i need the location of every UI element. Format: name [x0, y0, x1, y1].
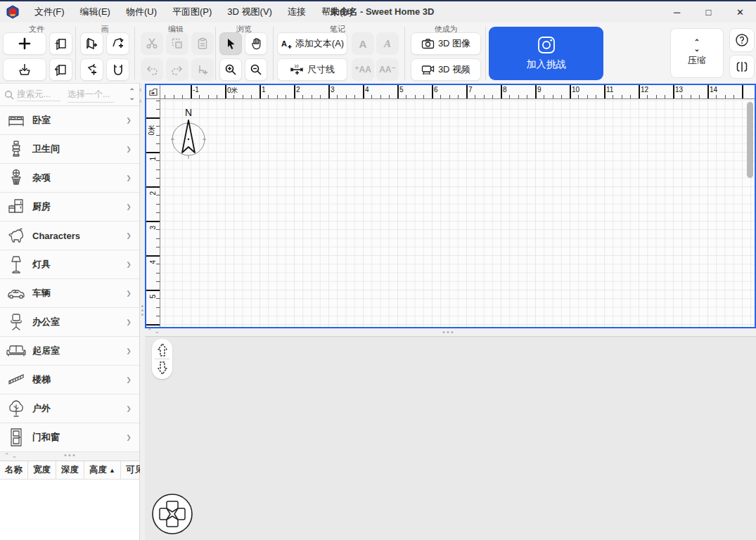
compress-button[interactable]: ⌃⌄ 压缩	[670, 28, 724, 78]
level-tab-icon	[148, 87, 158, 97]
redo-button[interactable]	[166, 58, 188, 81]
plan-3d-splitter[interactable]: ⌃⌄	[140, 328, 756, 336]
ruler-tick	[397, 85, 399, 98]
arrow-up-icon[interactable]	[155, 342, 170, 359]
menu-item[interactable]: 编辑(E)	[72, 3, 118, 21]
zoom-in-button[interactable]	[219, 58, 242, 81]
splitter-collapse-icons[interactable]: ⌃⌄	[4, 452, 19, 459]
video-camera-icon	[421, 64, 435, 75]
ruler-tick	[174, 95, 174, 98]
bold-button[interactable]: A	[352, 32, 374, 55]
menu-item[interactable]: 物件(U)	[118, 3, 165, 21]
create-3d-photo-button[interactable]: 3D 图像	[411, 32, 481, 55]
ruler-tick	[199, 95, 200, 98]
maximize-button[interactable]: □	[693, 1, 724, 22]
sidebar-category-11[interactable]: 门和窗 ›	[0, 423, 139, 452]
dimension-u-icon	[111, 63, 125, 77]
splitter-handle[interactable]	[65, 454, 75, 456]
chevron-right-icon: ›	[127, 255, 131, 274]
sidebar-category-5[interactable]: 灯具 ›	[0, 250, 139, 279]
split-view-button[interactable]	[729, 55, 755, 79]
save-home-button[interactable]	[3, 58, 46, 81]
dimension-line-button[interactable]: 10 尺寸线	[277, 58, 347, 81]
increase-text-size-button[interactable]: ⁺AA	[352, 58, 374, 81]
menu-item[interactable]: 连接	[280, 3, 314, 21]
sidebar-category-8[interactable]: 起居室 ›	[0, 337, 139, 366]
navigation-dpad[interactable]	[151, 493, 193, 538]
add-text-button[interactable]: A 添加文本(A)	[277, 32, 347, 55]
compass[interactable]: N	[164, 106, 213, 165]
plan-canvas[interactable]: N	[160, 99, 755, 327]
ruler-tick	[389, 95, 390, 98]
ruler-label: 12	[641, 86, 648, 94]
sort-chevrons-icon[interactable]: ⌃⌄	[129, 89, 135, 100]
splitter-handle[interactable]	[141, 305, 143, 316]
sidebar-category-4[interactable]: Characters ›	[0, 221, 139, 250]
ruler-tick	[156, 264, 160, 264]
arrow-down-icon[interactable]	[155, 359, 170, 376]
sidebar-category-1[interactable]: 卫生间 ›	[0, 135, 139, 164]
export-home-button[interactable]	[49, 58, 72, 81]
undo-button[interactable]	[141, 58, 163, 81]
elevation-control[interactable]	[152, 339, 172, 379]
expand-right-icon[interactable]: ›	[139, 97, 141, 105]
sidebar-category-0[interactable]: 卧室 ›	[0, 106, 139, 135]
create-walls-button[interactable]	[80, 32, 103, 55]
sidebar-category-3[interactable]: 厨房 ›	[0, 193, 139, 221]
sidebar-category-9[interactable]: 楼梯 ›	[0, 366, 139, 394]
lamp-icon	[6, 255, 27, 274]
camera-icon	[421, 38, 435, 49]
ruler-tick	[156, 298, 160, 299]
search-input[interactable]	[17, 88, 60, 101]
paste-button[interactable]	[191, 32, 214, 55]
zoom-out-button[interactable]	[245, 58, 267, 81]
copy-button[interactable]	[166, 32, 188, 55]
ruler-label: 11	[606, 86, 613, 94]
ruler-tick	[208, 95, 209, 98]
toolbar-separator	[215, 27, 216, 80]
ruler-tick	[156, 247, 160, 248]
create-dimensions-button[interactable]	[106, 58, 129, 81]
collapse-left-icon[interactable]: ‹	[139, 86, 141, 94]
column-header-宽度[interactable]: 宽度	[28, 461, 56, 479]
sidebar-category-7[interactable]: 办公室 ›	[0, 308, 139, 337]
furniture-table-body[interactable]	[0, 480, 139, 540]
create-3d-video-button[interactable]: 3D 视频	[411, 58, 481, 81]
plan-view[interactable]: -10米1234567891011121314 0米12345 N	[145, 84, 756, 328]
menu-item[interactable]: 平面图(P)	[165, 3, 219, 21]
select-tool-button[interactable]	[219, 32, 242, 55]
catalog-splitter[interactable]: ⌃⌄	[0, 452, 139, 461]
pan-tool-button[interactable]	[245, 32, 267, 55]
ruler-label: 14	[710, 86, 717, 94]
ruler-tick	[691, 95, 691, 98]
sidebar-plan-splitter[interactable]: ‹ ›	[140, 83, 145, 540]
import-home-button[interactable]	[49, 32, 72, 55]
sidebar-category-2[interactable]: 杂项 ›	[0, 164, 139, 193]
filter-select[interactable]: 选择一个...	[68, 87, 114, 103]
create-rooms-button[interactable]	[106, 32, 129, 55]
column-header-高度[interactable]: 高度 ▲	[84, 461, 121, 479]
ruler-tick	[337, 95, 338, 98]
new-home-button[interactable]	[3, 32, 46, 55]
italic-button[interactable]: A	[376, 32, 399, 55]
cut-button[interactable]	[141, 32, 163, 55]
column-header-名称[interactable]: 名称	[0, 461, 28, 479]
decrease-text-size-button[interactable]: AA⁻	[376, 58, 399, 81]
add-furniture-button[interactable]	[191, 58, 214, 81]
column-header-深度[interactable]: 深度	[56, 461, 84, 479]
ruler-tick	[509, 95, 510, 98]
splitter-collapse-icons[interactable]: ⌃⌄	[147, 328, 162, 335]
help-button[interactable]	[729, 28, 755, 52]
minimize-button[interactable]: ─	[661, 1, 693, 22]
splitter-handle[interactable]	[443, 331, 454, 333]
view-3d[interactable]	[145, 336, 756, 540]
plan-vertical-scrollbar[interactable]	[747, 102, 753, 178]
join-challenge-button[interactable]: 加入挑战	[489, 27, 603, 80]
menu-item[interactable]: 3D 视图(V)	[219, 3, 280, 21]
sidebar-category-6[interactable]: 车辆 ›	[0, 279, 139, 308]
create-polyline-button[interactable]	[80, 58, 103, 81]
ruler-label: 6	[434, 86, 438, 94]
menu-item[interactable]: 文件(F)	[27, 3, 72, 21]
close-button[interactable]: ✕	[724, 1, 756, 22]
sidebar-category-10[interactable]: 户外 ›	[0, 394, 139, 423]
